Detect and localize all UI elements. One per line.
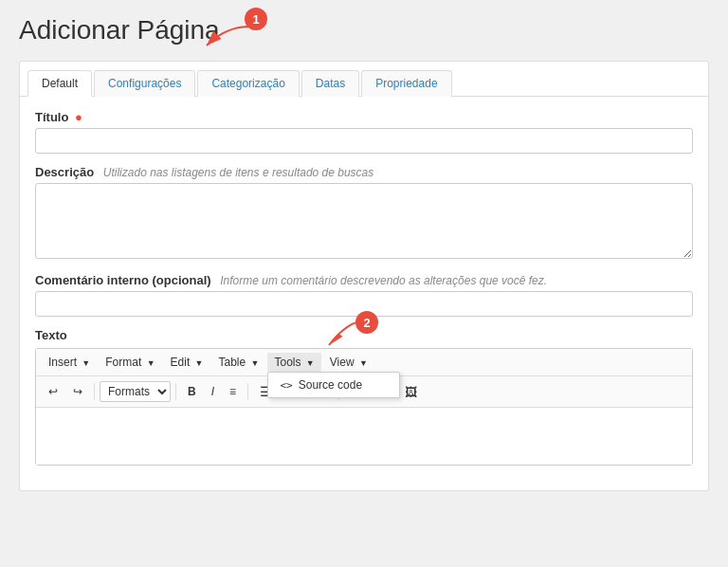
undo-button[interactable]: ↩ bbox=[42, 381, 64, 402]
menu-insert[interactable]: Insert ▼ bbox=[42, 353, 97, 372]
titulo-group: Título ● bbox=[35, 110, 693, 154]
tab-default[interactable]: Default bbox=[27, 70, 92, 97]
titulo-input[interactable] bbox=[35, 128, 693, 154]
descricao-label: Descrição bbox=[35, 165, 94, 179]
tab-configuracoes[interactable]: Configurações bbox=[94, 70, 195, 97]
descricao-group: Descrição Utilizado nas listagens de ite… bbox=[35, 165, 693, 262]
badge-1: 1 bbox=[245, 8, 267, 30]
descricao-hint: Utilizado nas listagens de itens e resul… bbox=[103, 166, 374, 179]
dropdown-source-code[interactable]: <> Source code bbox=[268, 373, 399, 397]
menu-format[interactable]: Format ▼ bbox=[99, 353, 161, 372]
edit-caret: ▼ bbox=[195, 358, 204, 368]
texto-group: Texto Insert ▼ Format ▼ Edit bbox=[35, 328, 693, 466]
source-code-icon: <> bbox=[280, 379, 292, 392]
card-body: Título ● Descrição Utilizado nas listage… bbox=[20, 97, 708, 490]
redo-button[interactable]: ↪ bbox=[66, 381, 89, 402]
menu-table[interactable]: Table ▼ bbox=[212, 353, 266, 372]
view-caret: ▼ bbox=[359, 358, 368, 368]
tab-datas[interactable]: Datas bbox=[301, 70, 359, 97]
editor-container: Insert ▼ Format ▼ Edit ▼ Table bbox=[35, 348, 693, 466]
comentario-group: Comentário interno (opcional) Informe um… bbox=[35, 273, 693, 317]
badge2-area: 2 bbox=[310, 319, 376, 359]
image-button[interactable]: 🖼 bbox=[398, 381, 424, 403]
titulo-label: Título bbox=[35, 110, 68, 124]
descricao-textarea[interactable] bbox=[35, 183, 693, 259]
toolbar-divider-1 bbox=[94, 383, 95, 400]
page-title-area: Adicionar Página 1 bbox=[19, 15, 709, 46]
titulo-label-row: Título ● bbox=[35, 110, 693, 128]
toolbar-divider-2 bbox=[175, 383, 176, 400]
tab-categorizacao[interactable]: Categorização bbox=[197, 70, 299, 97]
page-wrapper: Adicionar Página 1 Default Configurações… bbox=[0, 0, 728, 506]
descricao-label-row: Descrição Utilizado nas listagens de ite… bbox=[35, 165, 693, 183]
tabs-bar: Default Configurações Categorização Data… bbox=[20, 62, 708, 97]
main-card: Default Configurações Categorização Data… bbox=[19, 61, 709, 491]
tab-propriedade[interactable]: Propriedade bbox=[361, 70, 451, 97]
align-button[interactable]: ≡ bbox=[223, 381, 243, 402]
italic-button[interactable]: I bbox=[205, 381, 221, 402]
format-caret: ▼ bbox=[147, 358, 155, 368]
comentario-hint: Informe um comentário descrevendo as alt… bbox=[220, 274, 547, 287]
source-code-label: Source code bbox=[299, 378, 362, 392]
tools-dropdown: <> Source code bbox=[267, 372, 400, 398]
comentario-label: Comentário interno (opcional) bbox=[35, 273, 211, 287]
menu-edit[interactable]: Edit ▼ bbox=[164, 353, 210, 372]
tools-caret: ▼ bbox=[306, 358, 315, 368]
insert-caret: ▼ bbox=[82, 358, 90, 368]
editor-area[interactable] bbox=[36, 408, 692, 465]
toolbar-divider-3 bbox=[247, 383, 248, 400]
comentario-label-row: Comentário interno (opcional) Informe um… bbox=[35, 273, 693, 291]
bold-button[interactable]: B bbox=[181, 381, 203, 402]
titulo-required: ● bbox=[75, 110, 82, 124]
page-title: Adicionar Página bbox=[19, 15, 220, 46]
table-caret: ▼ bbox=[251, 358, 260, 368]
arrow-indicator-1 bbox=[197, 25, 254, 59]
formats-select[interactable]: Formats bbox=[100, 381, 171, 402]
badge-2: 2 bbox=[355, 311, 378, 334]
